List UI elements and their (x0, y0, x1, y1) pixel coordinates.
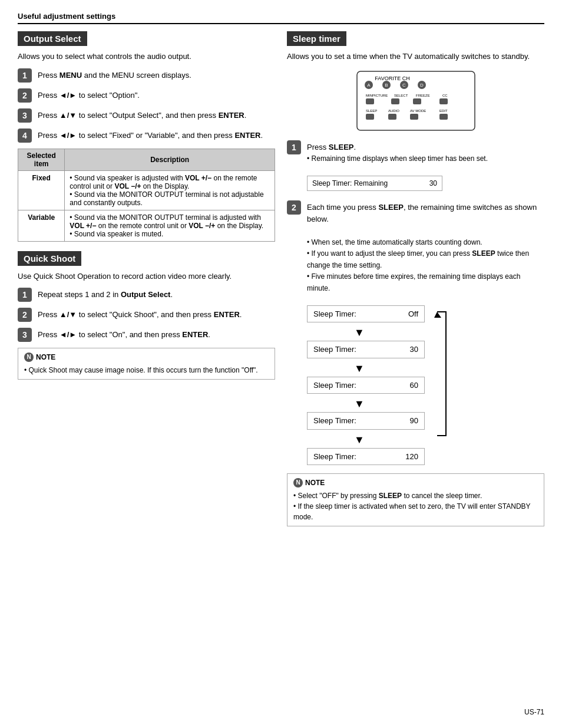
remote-svg: FAVORITE CH A B C D MINPICTURE SELECT FR… (351, 68, 481, 133)
sleep-note-bullet-1: • Select "OFF" by pressing SLEEP to canc… (293, 490, 538, 501)
step-text-3: Press ▲/▼ to select "Output Select", and… (38, 108, 246, 121)
sleep-step-text-2: Each time you press SLEEP, the remaining… (307, 200, 544, 467)
remote-image: FAVORITE CH A B C D MINPICTURE SELECT FR… (287, 68, 544, 133)
table-row-variable: Variable • Sound via the MONITOR OUTPUT … (18, 210, 275, 241)
page-title: Useful adjustment settings (18, 12, 544, 24)
quick-step-1: 1 Repeat steps 1 and 2 in Output Select. (18, 288, 275, 302)
sleep-30: Sleep Timer:30 (307, 341, 425, 358)
sleep-120: Sleep Timer:120 (307, 448, 425, 466)
svg-rect-16 (413, 98, 421, 104)
output-select-desc: Allows you to select what controls the a… (18, 51, 275, 62)
step-text-4: Press ◄/► to select "Fixed" or "Variable… (38, 129, 263, 141)
quick-shoot-header: Quick Shoot (18, 251, 81, 266)
sleep-remaining-display: Sleep Timer: Remaining 30 (307, 176, 442, 191)
output-select-header: Output Select (18, 31, 87, 46)
sleep-note-bullet-2: • If the sleep timer is activated when s… (293, 501, 538, 522)
step-number-3: 3 (18, 108, 32, 123)
table-header-desc: Description (65, 149, 275, 170)
sleep-step-number-1: 1 (287, 140, 301, 154)
output-step-3: 3 Press ▲/▼ to select "Output Select", a… (18, 108, 275, 123)
quick-shoot-note-header: N NOTE (24, 352, 269, 363)
svg-rect-25 (439, 114, 448, 120)
svg-rect-17 (439, 98, 448, 104)
output-step-1: 1 Press MENU and the MENU screen display… (18, 68, 275, 83)
step-text-1: Press MENU and the MENU screen displays. (38, 68, 191, 81)
note-icon: N (24, 353, 34, 362)
sleep-step-1: 1 Press SLEEP. • Remaining time displays… (287, 140, 544, 195)
note-label: NOTE (36, 352, 55, 363)
quick-step-text-3: Press ◄/► to select "On", and then press… (38, 328, 210, 341)
output-select-section: Output Select Allows you to select what … (18, 31, 275, 242)
sleep-step-text-1: Press SLEEP. • Remaining time displays w… (307, 140, 488, 195)
table-cell-variable-desc: • Sound via the MONITOR OUTPUT terminal … (65, 210, 275, 241)
sleep-note-label: NOTE (305, 477, 325, 488)
quick-shoot-section: Quick Shoot Use Quick Shoot Operation to… (18, 251, 275, 380)
svg-text:FREEZE: FREEZE (416, 94, 430, 97)
sleep-note-icon: N (293, 478, 303, 487)
page-number: US-71 (524, 708, 544, 716)
quick-step-number-2: 2 (18, 308, 32, 322)
quick-step-number-3: 3 (18, 328, 32, 342)
table-cell-fixed-label: Fixed (18, 170, 65, 210)
quick-step-3: 3 Press ◄/► to select "On", and then pre… (18, 328, 275, 342)
output-step-2: 2 Press ◄/► to select "Option". (18, 88, 275, 103)
table-cell-variable-label: Variable (18, 210, 65, 241)
svg-text:EDIT: EDIT (439, 109, 448, 113)
quick-step-2: 2 Press ▲/▼ to select "Quick Shoot", and… (18, 308, 275, 322)
svg-text:CC: CC (442, 94, 448, 97)
svg-text:MINPICTURE: MINPICTURE (366, 94, 388, 97)
sleep-timer-header: Sleep timer (287, 31, 346, 46)
sleep-cycle-boxes: Sleep Timer:Off ▼ Sleep Timer:30 ▼ Sleep… (307, 305, 425, 468)
sleep-timer-section: Sleep timer Allows you to set a time whe… (287, 31, 544, 526)
quick-step-text-1: Repeat steps 1 and 2 in Output Select. (38, 288, 173, 301)
svg-rect-14 (366, 98, 374, 104)
step-number-4: 4 (18, 129, 32, 143)
left-column: Output Select Allows you to select what … (18, 31, 275, 526)
svg-marker-26 (434, 312, 441, 318)
sleep-remaining-label: Sleep Timer: Remaining (312, 178, 388, 189)
svg-text:A: A (367, 83, 371, 88)
svg-text:FAVORITE CH: FAVORITE CH (375, 75, 409, 81)
svg-text:SLEEP: SLEEP (366, 109, 377, 113)
sleep-note-header: N NOTE (293, 477, 538, 488)
cycle-bracket (434, 309, 452, 442)
sleep-step-2: 2 Each time you press SLEEP, the remaini… (287, 200, 544, 467)
svg-rect-22 (366, 114, 374, 120)
svg-rect-24 (410, 114, 418, 120)
svg-text:AV MODE: AV MODE (410, 109, 426, 113)
svg-text:AUDIO: AUDIO (388, 109, 399, 113)
quick-step-text-2: Press ▲/▼ to select "Quick Shoot", and t… (38, 308, 242, 321)
sleep-60: Sleep Timer:60 (307, 377, 425, 394)
svg-text:C: C (402, 83, 406, 88)
step-number-1: 1 (18, 68, 32, 83)
table-row-fixed: Fixed • Sound via speaker is adjusted wi… (18, 170, 275, 210)
quick-step-number-1: 1 (18, 288, 32, 302)
output-select-table: Selected item Description Fixed • Sound … (18, 149, 275, 242)
sleep-timer-desc: Allows you to set a time when the TV aut… (287, 51, 544, 62)
svg-rect-23 (388, 114, 396, 120)
svg-text:SELECT: SELECT (394, 94, 408, 97)
sleep-90: Sleep Timer:90 (307, 412, 425, 430)
sleep-off: Sleep Timer:Off (307, 305, 425, 323)
output-step-4: 4 Press ◄/► to select "Fixed" or "Variab… (18, 129, 275, 143)
step-number-2: 2 (18, 88, 32, 103)
quick-shoot-note-bullet: • Quick Shoot may cause image noise. If … (24, 365, 269, 375)
sleep-remaining-value: 30 (429, 178, 437, 189)
step-text-2: Press ◄/► to select "Option". (38, 88, 140, 101)
svg-rect-15 (391, 98, 399, 104)
svg-text:B: B (385, 83, 388, 88)
table-cell-fixed-desc: • Sound via speaker is adjusted with VOL… (65, 170, 275, 210)
quick-shoot-note: N NOTE • Quick Shoot may cause image noi… (18, 348, 275, 380)
svg-text:D: D (420, 83, 424, 88)
sleep-timer-note: N NOTE • Select "OFF" by pressing SLEEP … (287, 473, 544, 526)
sleep-step-number-2: 2 (287, 200, 301, 215)
table-header-item: Selected item (18, 149, 65, 170)
quick-shoot-desc: Use Quick Shoot Operation to record acti… (18, 271, 275, 282)
right-column: Sleep timer Allows you to set a time whe… (287, 31, 544, 526)
